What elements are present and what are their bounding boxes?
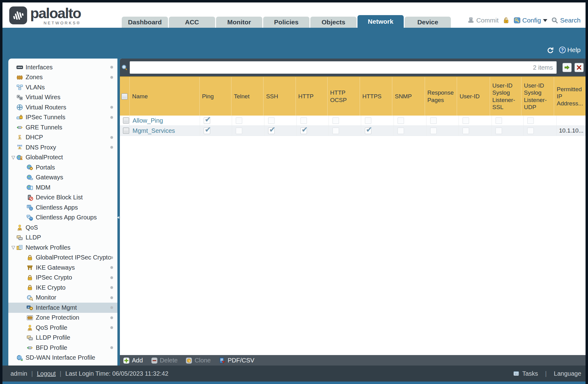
delete-button[interactable]: Delete xyxy=(151,357,178,364)
snmp-checkbox[interactable] xyxy=(398,117,404,124)
tab-policies[interactable]: Policies xyxy=(263,17,309,28)
row-name-link[interactable]: Mgmt_Services xyxy=(133,127,175,134)
http-checkbox[interactable]: ✔ xyxy=(300,128,307,134)
sidebar-item-qos-profile[interactable]: QoSQoS Profile xyxy=(8,323,117,333)
ping-checkbox[interactable]: ✔ xyxy=(204,117,210,124)
tab-network[interactable]: Network xyxy=(357,15,404,28)
sidebar-item-zone-protection[interactable]: Zone Protection xyxy=(8,313,117,323)
user_id_syslog_udp-checkbox[interactable] xyxy=(527,117,534,124)
ssh-checkbox[interactable] xyxy=(268,117,275,124)
user_id_syslog_ssl-checkbox[interactable] xyxy=(496,128,502,134)
sidebar-item-lldp[interactable]: LLDP xyxy=(8,233,117,243)
column-header-user-id-syslog-listener-udp[interactable]: User-ID Syslog Listener-UDP xyxy=(521,77,554,116)
sidebar-item-interface-mgmt[interactable]: Interface Mgmt xyxy=(8,303,117,313)
user_id_syslog_udp-checkbox[interactable] xyxy=(527,128,534,134)
column-header-name[interactable]: Name xyxy=(130,77,200,116)
sidebar-item-gateways[interactable]: Gateways xyxy=(8,173,117,183)
http_ocsp-checkbox[interactable] xyxy=(333,117,339,124)
user_id_syslog_ssl-checkbox[interactable] xyxy=(496,117,502,124)
sidebar-item-network-profiles[interactable]: ▽Network Profiles xyxy=(8,243,117,253)
response_pages-checkbox[interactable] xyxy=(430,117,437,124)
config-dropdown[interactable]: Config xyxy=(513,17,548,24)
gre-tunnels-icon xyxy=(16,124,23,131)
sidebar-item-virtual-routers[interactable]: Virtual Routers xyxy=(8,102,117,112)
http-checkbox[interactable] xyxy=(300,117,307,124)
sidebar-item-sd-wan-interface-profile[interactable]: SD-WAN Interface Profile xyxy=(8,353,117,363)
language-button[interactable]: Language xyxy=(554,370,581,377)
sidebar-item-qos[interactable]: QoSQoS xyxy=(8,223,117,233)
sidebar-item-zones[interactable]: Zones xyxy=(8,72,117,83)
column-header-response-pages[interactable]: Response Pages xyxy=(425,77,457,116)
sidebar-item-bfd-profile[interactable]: BFD Profile xyxy=(8,343,117,353)
sidebar-item-dns-proxy[interactable]: DNSDNS Proxy xyxy=(8,142,117,153)
sidebar-item-vlans[interactable]: VLANs xyxy=(8,82,117,92)
http_ocsp-checkbox[interactable] xyxy=(333,128,339,134)
column-header-http-ocsp[interactable]: HTTP OCSP xyxy=(328,77,360,116)
https-checkbox[interactable] xyxy=(365,117,371,124)
column-header-https[interactable]: HTTPS xyxy=(360,77,392,116)
ssh-checkbox[interactable]: ✔ xyxy=(268,128,275,134)
tasks-button[interactable]: Tasks xyxy=(522,370,538,377)
sidebar-item-dhcp[interactable]: IPDHCP xyxy=(8,133,117,143)
sidebar-item-clientless-app-groups[interactable]: Clientless App Groups xyxy=(8,213,117,223)
sidebar-item-interfaces[interactable]: Interfaces xyxy=(8,62,117,72)
sidebar-splitter[interactable]: ◂ xyxy=(117,59,120,366)
row-select-checkbox[interactable] xyxy=(123,117,129,124)
sidebar-item-mdm[interactable]: MDM xyxy=(8,182,117,193)
logout-link[interactable]: Logout xyxy=(37,370,56,377)
user_id-checkbox[interactable] xyxy=(463,128,469,134)
expand-caret-icon[interactable]: ▽ xyxy=(11,155,16,160)
sidebar-item-monitor[interactable]: Monitor xyxy=(8,293,117,303)
tab-monitor[interactable]: Monitor xyxy=(216,17,262,28)
snmp-checkbox[interactable] xyxy=(398,128,404,134)
pdf-csv-button[interactable]: PDF/CSV xyxy=(219,357,255,364)
add-button[interactable]: Add xyxy=(123,357,143,364)
sidebar-item-portals[interactable]: Portals xyxy=(8,162,117,173)
column-header-permitted-ip-address[interactable]: Permitted IP Address... xyxy=(554,77,586,116)
telnet-checkbox[interactable] xyxy=(236,117,242,124)
column-header-snmp[interactable]: SNMP xyxy=(392,77,425,116)
ping-checkbox[interactable]: ✔ xyxy=(204,128,210,134)
sidebar-item-ipsec-tunnels[interactable]: IPSec Tunnels xyxy=(8,112,117,123)
select-all-checkbox[interactable] xyxy=(121,93,128,100)
sidebar-item-ipsec-crypto[interactable]: IPSec Crypto xyxy=(8,273,117,283)
refresh-icon[interactable] xyxy=(546,46,554,54)
global-search-button[interactable]: Search xyxy=(551,17,581,24)
sidebar-item-globalprotect-ipsec-crypto[interactable]: GlobalProtect IPSec Crypto xyxy=(8,253,117,263)
sidebar-item-label: Virtual Routers xyxy=(26,104,117,111)
clone-button[interactable]: Clone xyxy=(186,357,210,364)
tab-dashboard[interactable]: Dashboard xyxy=(122,17,168,28)
filter-input[interactable] xyxy=(130,61,557,74)
column-header-ssh[interactable]: SSH xyxy=(263,77,296,116)
sidebar-item-gre-tunnels[interactable]: GRE Tunnels xyxy=(8,122,117,133)
clear-filter-button[interactable] xyxy=(574,63,584,72)
response_pages-checkbox[interactable] xyxy=(430,128,437,134)
sidebar-item-ike-crypto[interactable]: IKE Crypto xyxy=(8,283,117,293)
collapse-sidebar-icon[interactable]: ◂ xyxy=(117,214,119,220)
column-header-ping[interactable]: Ping xyxy=(200,77,231,116)
expand-caret-icon[interactable]: ▽ xyxy=(11,245,16,250)
tab-objects[interactable]: Objects xyxy=(310,17,357,28)
sidebar-item-ike-gateways[interactable]: IKE Gateways xyxy=(8,263,117,273)
column-header-http[interactable]: HTTP xyxy=(296,77,328,116)
telnet-checkbox[interactable] xyxy=(236,128,242,134)
row-select-checkbox[interactable] xyxy=(123,128,129,134)
tab-acc[interactable]: ACC xyxy=(169,17,215,28)
commit-button[interactable]: Commit xyxy=(467,17,498,24)
telnet-cell xyxy=(232,126,264,136)
unlocked-padlock-icon[interactable] xyxy=(502,17,510,24)
help-button[interactable]: ? Help xyxy=(559,46,581,54)
sidebar-item-clientless-apps[interactable]: Clientless Apps xyxy=(8,202,117,213)
tab-device[interactable]: Device xyxy=(405,17,451,28)
column-header-user-id[interactable]: User-ID xyxy=(457,77,490,116)
sidebar-item-device-block-list[interactable]: Device Block List xyxy=(8,193,117,203)
sidebar-item-virtual-wires[interactable]: Virtual Wires xyxy=(8,92,117,103)
apply-filter-button[interactable] xyxy=(562,63,572,72)
user_id-checkbox[interactable] xyxy=(463,117,469,124)
sidebar-item-globalprotect[interactable]: ▽GlobalProtect xyxy=(8,153,117,163)
row-name-link[interactable]: Allow_Ping xyxy=(133,117,163,124)
column-header-user-id-syslog-listener-ssl[interactable]: User-ID Syslog Listener-SSL xyxy=(490,77,521,116)
sidebar-item-lldp-profile[interactable]: LLDP Profile xyxy=(8,333,117,343)
column-header-telnet[interactable]: Telnet xyxy=(231,77,263,116)
https-checkbox[interactable]: ✔ xyxy=(365,128,371,134)
